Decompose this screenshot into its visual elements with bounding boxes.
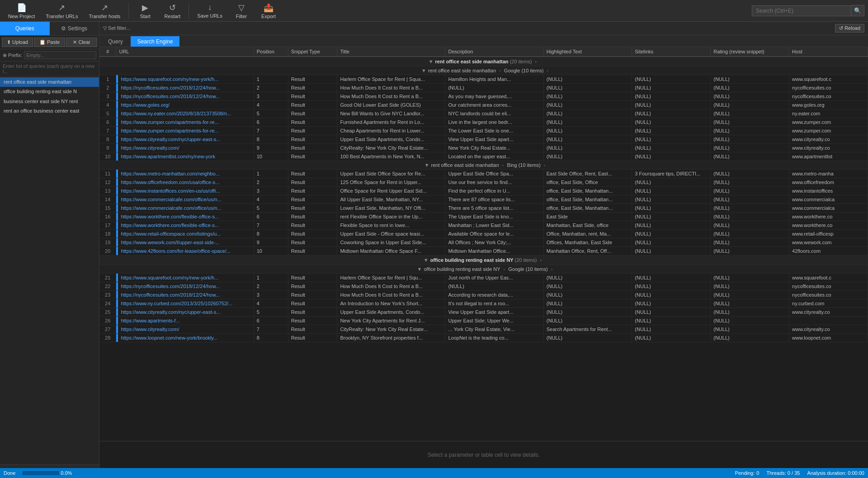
sidebar-scrollbar[interactable] bbox=[0, 464, 99, 468]
url-link[interactable]: https://www.cityrealty.com/nyc/upper-eas… bbox=[121, 309, 250, 315]
upload-button[interactable]: ⬆ Upload bbox=[2, 38, 33, 47]
export-button[interactable]: 📤 Export bbox=[256, 1, 281, 21]
new-project-button[interactable]: 📄 New Project bbox=[4, 1, 39, 21]
prefix-input[interactable] bbox=[24, 51, 96, 59]
transfer-urls-button[interactable]: ↗ Transfer URLs bbox=[41, 1, 82, 21]
table-row[interactable]: 16https://www.workthere.com/flexible-off… bbox=[99, 213, 868, 221]
cell-url[interactable]: https://nycofficesuites.com/2018/12/24/h… bbox=[116, 282, 254, 291]
cell-url[interactable]: https://www.42floors.com/for-lease/offic… bbox=[116, 247, 254, 256]
table-row[interactable]: 21https://www.squarefoot.com/ny/new-york… bbox=[99, 274, 868, 282]
table-row[interactable]: 11https://www.metro-manhattan.com/neighb… bbox=[99, 170, 868, 178]
cell-url[interactable]: https://nycofficesuites.com/2018/12/24/h… bbox=[116, 84, 254, 92]
search-input[interactable] bbox=[752, 5, 851, 16]
url-link[interactable]: https://www.squarefoot.com/ny/new-york/h… bbox=[121, 76, 250, 82]
url-link[interactable]: https://www.cityrealty.com/nyc/upper-eas… bbox=[121, 137, 250, 142]
search-submit-button[interactable]: 🔍 bbox=[851, 5, 864, 16]
table-row[interactable]: 26https://www.apartments-f...6ResultNew … bbox=[99, 317, 868, 325]
url-link[interactable]: https://www.commercialcafe.com/office/us… bbox=[121, 197, 250, 202]
cell-url[interactable]: https://www.ny.eater.com/2020/8/18/21373… bbox=[116, 109, 254, 118]
table-row[interactable]: 20https://www.42floors.com/for-lease/off… bbox=[99, 247, 868, 256]
sidebar-tab-queries[interactable]: Queries bbox=[0, 22, 50, 35]
cell-url[interactable]: https://www.commercialcafe.com/office/us… bbox=[116, 204, 254, 213]
set-filter-button[interactable]: ▽ Set filter... bbox=[103, 25, 130, 31]
tab-query[interactable]: Query bbox=[101, 36, 130, 47]
url-link[interactable]: https://www.workthere.com/flexible-offic… bbox=[121, 222, 250, 228]
cell-url[interactable]: https://www.workthere.com/flexible-offic… bbox=[116, 213, 254, 221]
url-link[interactable]: https://nycofficesuites.com/2018/12/24/h… bbox=[121, 292, 250, 298]
cell-url[interactable]: https://nycofficesuites.com/2018/12/24/h… bbox=[116, 92, 254, 101]
table-group-row[interactable]: ▼rent office east side manhattan (20 ite… bbox=[99, 57, 868, 66]
cell-url[interactable]: https://www.apartmentlist.com/ny/new-yor… bbox=[116, 152, 254, 161]
query-list-item[interactable]: business center east side NY rent bbox=[0, 97, 99, 106]
group-toggle[interactable]: ▼ bbox=[424, 257, 429, 263]
cell-url[interactable]: https://www.cityrealty.com/ bbox=[116, 144, 254, 152]
query-list-item[interactable]: rent an office business center east bbox=[0, 106, 99, 116]
table-row[interactable]: 27https://www.cityrealty.com/7ResultCity… bbox=[99, 325, 868, 334]
table-row[interactable]: 19https://www.wework.com/l/upper-east-si… bbox=[99, 238, 868, 247]
url-link[interactable]: https://www.squarefoot.com/ny/new-york/h… bbox=[121, 275, 250, 280]
table-row[interactable]: 17https://www.workthere.com/flexible-off… bbox=[99, 221, 868, 230]
table-row[interactable]: 1https://www.squarefoot.com/ny/new-york/… bbox=[99, 75, 868, 84]
table-row[interactable]: 15https://www.commercialcafe.com/office/… bbox=[99, 204, 868, 213]
cell-url[interactable]: https://www.retail-officespace.com/listi… bbox=[116, 230, 254, 238]
table-row[interactable]: 25https://www.cityrealty.com/nyc/upper-e… bbox=[99, 308, 868, 317]
table-row[interactable]: 5https://www.ny.eater.com/2020/8/18/2137… bbox=[99, 109, 868, 118]
cell-url[interactable]: https://www.instantoffices.com/en-us/us/… bbox=[116, 187, 254, 195]
table-group-row[interactable]: ▼office building renting east side NY (2… bbox=[99, 256, 868, 265]
cell-url[interactable]: https://www.metro-manhattan.com/neighbo.… bbox=[116, 170, 254, 178]
table-row[interactable]: 22https://nycofficesuites.com/2018/12/24… bbox=[99, 282, 868, 291]
sidebar-tab-settings[interactable]: ⚙ Settings bbox=[50, 22, 99, 35]
save-urls-button[interactable]: ↓ Save URLs bbox=[193, 1, 227, 21]
url-link[interactable]: https://nycofficesuites.com/2018/12/24/h… bbox=[121, 284, 250, 289]
tab-search-engine[interactable]: Search Engine bbox=[131, 36, 180, 47]
table-row[interactable]: 3https://nycofficesuites.com/2018/12/24/… bbox=[99, 92, 868, 101]
url-link[interactable]: https://www.metro-manhattan.com/neighbo.… bbox=[121, 171, 250, 176]
table-subgroup-row[interactable]: ▼office building renting east side NY › … bbox=[99, 265, 868, 274]
table-row[interactable]: 24https://www.ny.curbed.com/2013/3/25/10… bbox=[99, 299, 868, 308]
clear-button[interactable]: ✕ Clear bbox=[66, 38, 97, 47]
url-link[interactable]: https://www.apartments-f... bbox=[121, 318, 250, 323]
cell-url[interactable]: https://www.cityrealty.com/nyc/upper-eas… bbox=[116, 308, 254, 317]
group-toggle[interactable]: ▼ bbox=[429, 59, 434, 64]
url-link[interactable]: https://www.zumper.com/apartments-for-re… bbox=[121, 128, 250, 133]
paste-button[interactable]: 📋 Paste bbox=[34, 38, 65, 47]
table-subgroup-row[interactable]: ▼rent office east side manhattan › Googl… bbox=[99, 66, 868, 75]
url-link[interactable]: https://www.ny.curbed.com/2013/3/25/1026… bbox=[121, 301, 250, 306]
cell-url[interactable]: https://www.goles.org/ bbox=[116, 101, 254, 109]
url-link[interactable]: https://www.retail-officespace.com/listi… bbox=[121, 231, 250, 237]
url-link[interactable]: https://www.instantoffices.com/en-us/us/… bbox=[121, 188, 250, 194]
table-row[interactable]: 12https://www.officefreedom.com/usa/offi… bbox=[99, 178, 868, 187]
subgroup-toggle[interactable]: ▼ bbox=[425, 162, 429, 168]
cell-url[interactable]: https://www.workthere.com/flexible-offic… bbox=[116, 221, 254, 230]
cell-url[interactable]: https://www.cityrealty.com/nyc/upper-eas… bbox=[116, 135, 254, 144]
query-list-item[interactable]: rent office east side manhattan bbox=[0, 77, 99, 87]
table-row[interactable]: 13https://www.instantoffices.com/en-us/u… bbox=[99, 187, 868, 195]
table-row[interactable]: 28https://www.loopnet.com/new-york/brook… bbox=[99, 334, 868, 342]
transfer-hosts-button[interactable]: ↗ Transfer hosts bbox=[84, 1, 125, 21]
cell-url[interactable]: https://www.cityrealty.com/ bbox=[116, 325, 254, 334]
table-row[interactable]: 9https://www.cityrealty.com/9ResultCityR… bbox=[99, 144, 868, 152]
table-row[interactable]: 4https://www.goles.org/4ResultGood Old L… bbox=[99, 101, 868, 109]
url-link[interactable]: https://www.commercialcafe.com/office/us… bbox=[121, 205, 250, 211]
url-link[interactable]: https://www.cityrealty.com/ bbox=[121, 145, 250, 151]
cell-url[interactable]: https://www.ny.curbed.com/2013/3/25/1026… bbox=[116, 299, 254, 308]
table-row[interactable]: 10https://www.apartmentlist.com/ny/new-y… bbox=[99, 152, 868, 161]
url-link[interactable]: https://www.loopnet.com/new-york/brookly… bbox=[121, 335, 250, 341]
cell-url[interactable]: https://www.zumper.com/apartments-for-re… bbox=[116, 127, 254, 135]
url-link[interactable]: https://www.workthere.com/flexible-offic… bbox=[121, 214, 250, 219]
table-subgroup-row[interactable]: ▼rent office east side manhattan › Bing … bbox=[99, 161, 868, 170]
table-row[interactable]: 6https://www.zumper.com/apartments-for-r… bbox=[99, 118, 868, 127]
table-row[interactable]: 18https://www.retail-officespace.com/lis… bbox=[99, 230, 868, 238]
cell-url[interactable]: https://www.loopnet.com/new-york/brookly… bbox=[116, 334, 254, 342]
cell-url[interactable]: https://nycofficesuites.com/2018/12/24/h… bbox=[116, 291, 254, 299]
table-row[interactable]: 7https://www.zumper.com/apartments-for-r… bbox=[99, 127, 868, 135]
url-link[interactable]: https://nycofficesuites.com/2018/12/24/h… bbox=[121, 85, 250, 90]
url-link[interactable]: https://nycofficesuites.com/2018/12/24/h… bbox=[121, 94, 250, 99]
subgroup-toggle[interactable]: ▼ bbox=[421, 68, 426, 73]
url-link[interactable]: https://www.wework.com/l/upper-east-side… bbox=[121, 240, 250, 245]
cell-url[interactable]: https://www.squarefoot.com/ny/new-york/h… bbox=[116, 274, 254, 282]
url-link[interactable]: https://www.cityrealty.com/ bbox=[121, 327, 250, 332]
url-link[interactable]: https://www.apartmentlist.com/ny/new-yor… bbox=[121, 154, 250, 159]
cell-url[interactable]: https://www.officefreedom.com/usa/office… bbox=[116, 178, 254, 187]
table-row[interactable]: 8https://www.cityrealty.com/nyc/upper-ea… bbox=[99, 135, 868, 144]
